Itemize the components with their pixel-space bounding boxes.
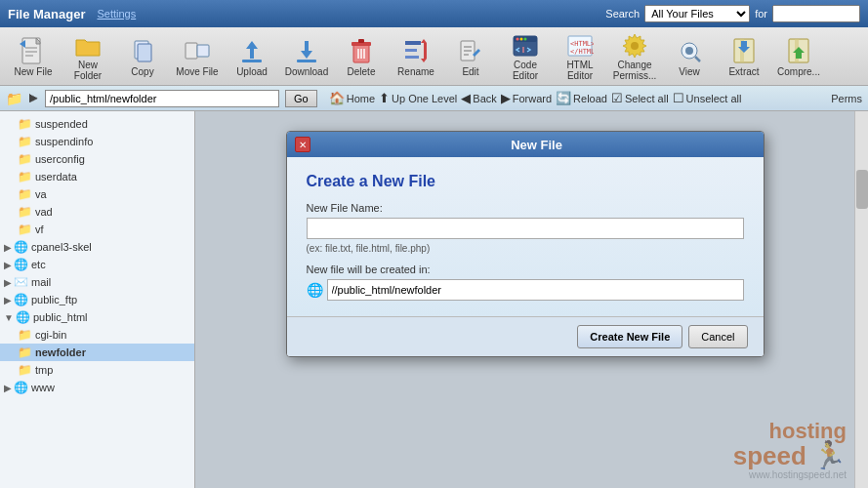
extract-button[interactable]: Extract — [719, 31, 769, 82]
new-folder-button[interactable]: NewFolder — [62, 31, 113, 82]
select-all-label: Select all — [625, 93, 669, 104]
create-path-input[interactable] — [327, 279, 744, 301]
reload-button[interactable]: 🔄 Reload — [556, 91, 607, 105]
new-file-icon — [18, 35, 49, 66]
search-label: Search — [605, 8, 640, 20]
tree-item-public_ftp[interactable]: ▶ 🌐 public_ftp — [0, 291, 194, 308]
unselect-all-icon: ☐ — [673, 91, 684, 105]
tree-item-userdata[interactable]: 📁 userdata — [0, 168, 194, 185]
upload-button[interactable]: Upload — [227, 31, 277, 82]
cancel-button[interactable]: Cancel — [688, 325, 747, 348]
tree-item-suspendinfo[interactable]: 📁 suspendinfo — [0, 133, 194, 150]
forward-button[interactable]: ▶ Forward — [501, 91, 552, 105]
svg-point-36 — [685, 47, 693, 55]
tree-item-va[interactable]: 📁 va — [0, 185, 194, 203]
folder-icon: 🌐 — [14, 293, 28, 306]
svg-rect-10 — [297, 60, 316, 62]
svg-point-28 — [520, 37, 523, 40]
tree-item-label: newfolder — [35, 346, 86, 358]
tree-item-public_html[interactable]: ▼ 🌐 public_html — [0, 308, 194, 326]
forward-label: Forward — [513, 93, 552, 104]
tree-item-tmp[interactable]: 📁 tmp — [0, 361, 194, 379]
tree-item-newfolder[interactable]: 📁 newfolder — [0, 344, 194, 361]
tree-item-label: vad — [35, 206, 53, 218]
move-file-button[interactable]: Move File — [172, 31, 223, 82]
view-button[interactable]: View — [664, 31, 715, 82]
folder-icon: 📁 — [18, 346, 32, 359]
svg-rect-9 — [242, 60, 262, 62]
new-file-button[interactable]: New File — [8, 31, 59, 82]
tree-item-www[interactable]: ▶ 🌐 www — [0, 379, 194, 396]
tree-item-label: etc — [31, 259, 46, 270]
tree-item-label: cgi-bin — [35, 329, 66, 341]
compress-button[interactable]: Compre... — [773, 31, 824, 82]
nav-buttons: 🏠 Home ⬆ Up One Level ◀ Back ▶ Forward 🔄… — [329, 91, 742, 105]
svg-rect-6 — [138, 44, 151, 61]
forward-icon: ▶ — [501, 91, 511, 105]
svg-text:<HTML>: <HTML> — [570, 40, 594, 48]
home-nav-button[interactable]: 🏠 Home — [329, 91, 375, 105]
edit-button[interactable]: Edit — [445, 31, 496, 82]
address-bar: 📁 ⯈ Go 🏠 Home ⬆ Up One Level ◀ Back ▶ Fo… — [0, 86, 868, 111]
rename-label: Rename — [397, 66, 434, 77]
tree-item-cpanel3-skel[interactable]: ▶ 🌐 cpanel3-skel — [0, 238, 194, 256]
code-editor-button[interactable]: CodeEditor — [500, 31, 551, 82]
back-button[interactable]: ◀ Back — [461, 91, 496, 105]
content-area: hosting speed 🏃 www.hostingspeed.net ✕ N… — [195, 111, 854, 488]
delete-icon — [346, 35, 377, 66]
copy-button[interactable]: Copy — [117, 31, 168, 82]
folder-icon: 📁 — [18, 223, 32, 236]
tree-item-label: suspendinfo — [35, 136, 93, 147]
svg-point-34 — [631, 42, 639, 50]
download-label: Download — [285, 66, 328, 77]
folder-icon: 📁 — [18, 152, 32, 166]
tree-item-label: public_html — [33, 311, 88, 323]
download-button[interactable]: Download — [281, 31, 332, 82]
tree-item-vf[interactable]: 📁 vf — [0, 221, 194, 238]
tree-item-cgi-bin[interactable]: 📁 cgi-bin — [0, 326, 194, 344]
search-input[interactable] — [772, 5, 860, 22]
change-perms-icon — [619, 32, 650, 60]
up-one-level-button[interactable]: ⬆ Up One Level — [379, 91, 457, 105]
tree-item-mail[interactable]: ▶ ✉️ mail — [0, 273, 194, 291]
edit-icon — [455, 35, 486, 66]
tree-item-userconfig[interactable]: 📁 userconfig — [0, 150, 194, 168]
expand-icon: ▶ — [4, 383, 12, 393]
html-editor-button[interactable]: <HTML></HTML> HTMLEditor — [555, 31, 605, 82]
unselect-all-label: Unselect all — [686, 93, 742, 104]
change-perms-button[interactable]: ChangePermiss... — [609, 31, 660, 82]
tree-item-etc[interactable]: ▶ 🌐 etc — [0, 256, 194, 273]
rename-button[interactable]: Rename — [391, 31, 441, 82]
search-scope-select[interactable]: All Your Files File Names Only File Cont… — [644, 5, 750, 22]
go-button[interactable]: Go — [285, 90, 317, 107]
svg-rect-8 — [197, 45, 209, 57]
delete-button[interactable]: Delete — [336, 31, 387, 82]
html-editor-icon: <HTML></HTML> — [564, 32, 596, 60]
upload-icon — [236, 35, 268, 66]
tree-item-vad[interactable]: 📁 vad — [0, 203, 194, 221]
create-new-file-button[interactable]: Create New File — [577, 325, 682, 348]
change-perms-label: ChangePermiss... — [613, 60, 656, 81]
svg-rect-19 — [405, 56, 419, 59]
modal-close-button[interactable]: ✕ — [295, 137, 310, 152]
download-icon — [291, 35, 322, 66]
address-input[interactable] — [45, 90, 279, 107]
settings-link[interactable]: Settings — [97, 8, 136, 20]
vertical-scrollbar[interactable] — [854, 111, 868, 488]
select-all-button[interactable]: ☑ Select all — [611, 91, 669, 105]
tree-item-suspended[interactable]: 📁 suspended — [0, 115, 194, 133]
expand-icon: ▶ — [4, 295, 12, 305]
reload-label: Reload — [573, 93, 607, 104]
extract-icon — [728, 35, 760, 66]
new-folder-label: NewFolder — [74, 60, 102, 81]
unselect-all-button[interactable]: ☐ Unselect all — [673, 91, 742, 105]
folder-icon: ✉️ — [14, 275, 28, 289]
scrollbar-thumb[interactable] — [856, 170, 868, 209]
svg-point-27 — [517, 37, 519, 40]
svg-rect-13 — [358, 39, 364, 43]
file-name-label: New File Name: — [307, 202, 744, 214]
expand-icon: ▼ — [4, 312, 14, 323]
new-file-name-input[interactable] — [307, 218, 744, 239]
created-in-label: New file will be created in: — [307, 264, 744, 275]
modal-titlebar: ✕ New File — [287, 132, 764, 157]
